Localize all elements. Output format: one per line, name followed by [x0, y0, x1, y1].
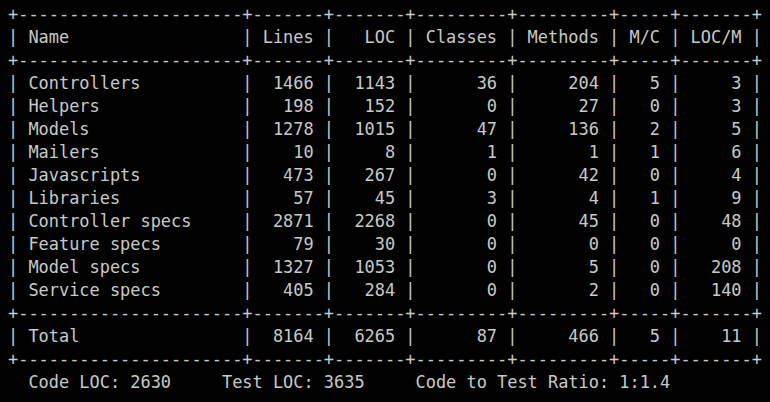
table-border-header: +----------------------+-------+-------+… — [8, 49, 770, 72]
table-row: | Controller specs | 2871 | 2268 | 0 | 4… — [8, 210, 770, 233]
table-row: | Mailers | 10 | 8 | 1 | 1 | 1 | 6 | — [8, 141, 770, 164]
table-row: | Models | 1278 | 1015 | 47 | 136 | 2 | … — [8, 118, 770, 141]
table-row: | Model specs | 1327 | 1053 | 0 | 5 | 0 … — [8, 256, 770, 279]
table-border-body: +----------------------+-------+-------+… — [8, 302, 770, 325]
table-row: | Libraries | 57 | 45 | 3 | 4 | 1 | 9 | — [8, 187, 770, 210]
table-row: | Javascripts | 473 | 267 | 0 | 42 | 0 |… — [8, 164, 770, 187]
table-total-row: | Total | 8164 | 6265 | 87 | 466 | 5 | 1… — [8, 325, 770, 348]
table-border-top: +----------------------+-------+-------+… — [8, 3, 770, 26]
summary-line: Code LOC: 2630 Test LOC: 3635 Code to Te… — [8, 371, 770, 394]
table-row: | Service specs | 405 | 284 | 0 | 2 | 0 … — [8, 279, 770, 302]
terminal-window: +----------------------+-------+-------+… — [0, 0, 770, 402]
table-row: | Controllers | 1466 | 1143 | 36 | 204 |… — [8, 72, 770, 95]
table-border-bottom: +----------------------+-------+-------+… — [8, 348, 770, 371]
table-header-row: | Name | Lines | LOC | Classes | Methods… — [8, 26, 770, 49]
table-row: | Helpers | 198 | 152 | 0 | 27 | 0 | 3 | — [8, 95, 770, 118]
terminal-output: +----------------------+-------+-------+… — [0, 0, 770, 394]
table-row: | Feature specs | 79 | 30 | 0 | 0 | 0 | … — [8, 233, 770, 256]
